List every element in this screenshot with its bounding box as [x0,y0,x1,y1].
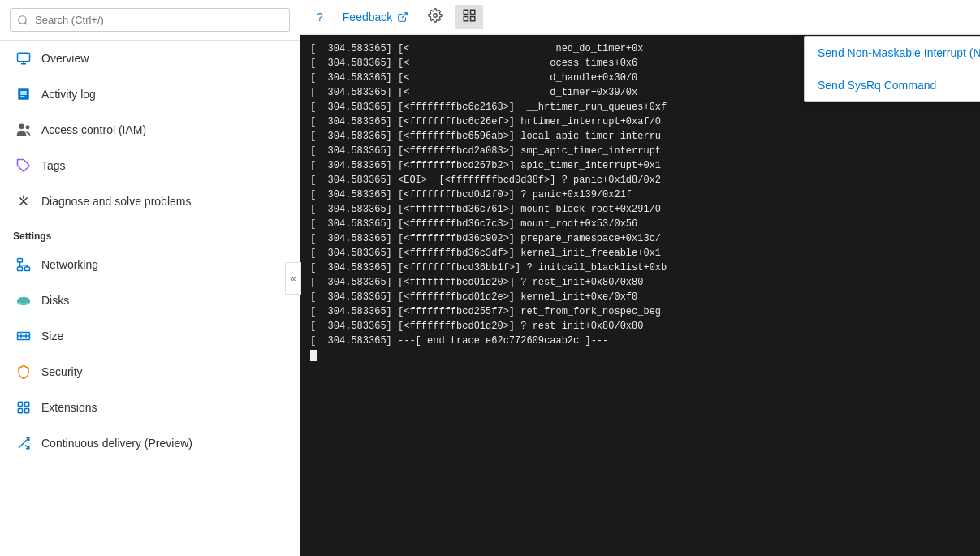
settings-header: Settings [0,219,300,247]
list-icon [15,86,32,102]
dropdown-menu: Send Non-Maskable Interrupt (NMI) Send S… [804,36,980,102]
size-icon [15,328,32,344]
settings-button[interactable] [421,5,449,29]
nav-tags[interactable]: Tags [0,148,300,183]
external-link-icon [397,11,408,23]
grid-button[interactable] [455,5,483,29]
security-icon [15,364,32,380]
svg-rect-13 [18,259,23,263]
nav-security-label: Security [41,365,83,378]
svg-point-7 [19,124,24,130]
svg-line-32 [402,13,407,18]
nav-size-label: Size [41,330,63,343]
sidebar: Overview Activity log [0,0,300,556]
svg-rect-28 [25,409,29,413]
nav-continuous-delivery-label: Continuous delivery (Preview) [41,437,192,450]
nav-diagnose-label: Diagnose and solve problems [41,195,191,208]
people-icon [15,122,32,138]
wrench-icon [15,193,32,209]
nav-extensions-label: Extensions [41,401,97,414]
svg-rect-20 [18,300,30,302]
svg-rect-29 [18,409,22,413]
svg-rect-27 [25,402,29,406]
terminal-cursor [310,350,317,361]
grid-icon [462,8,477,23]
nav-diagnose[interactable]: Diagnose and solve problems [0,183,300,219]
nmi-button[interactable]: Send Non-Maskable Interrupt (NMI) [805,37,980,69]
networking-icon [15,256,32,273]
nav-disks[interactable]: Disks [0,282,300,318]
sysrq-button[interactable]: Send SysRq Command [805,69,980,101]
nav-security[interactable]: Security [0,354,300,390]
svg-rect-34 [464,10,468,14]
svg-rect-35 [471,10,475,14]
help-button[interactable]: ? [310,7,330,27]
svg-point-8 [26,125,30,129]
nav-overview[interactable]: Overview [0,41,300,76]
main-content: ? Feedback Send Non-Maskabl [300,0,980,556]
svg-rect-26 [18,402,22,406]
svg-rect-36 [471,17,475,21]
disks-icon [15,292,32,308]
terminal[interactable]: [ 304.583365] [< ned_do_timer+0x [ 304.5… [300,35,980,556]
svg-rect-0 [18,53,30,62]
nav-size[interactable]: Size [0,318,300,354]
tag-icon [15,157,32,174]
nav-overview-label: Overview [41,52,89,65]
nav-access-control-label: Access control (IAM) [41,123,146,136]
svg-rect-15 [18,267,23,271]
nav-networking[interactable]: Networking [0,247,300,282]
svg-rect-37 [464,17,468,21]
nav-access-control[interactable]: Access control (IAM) [0,112,300,148]
nav-activity-log[interactable]: Activity log [0,76,300,112]
feedback-label: Feedback [343,11,392,24]
search-box [0,0,300,41]
gear-icon [428,8,443,23]
extensions-icon [15,399,32,416]
svg-point-33 [434,14,438,18]
svg-rect-14 [25,267,30,271]
delivery-icon [15,435,32,451]
nav-disks-label: Disks [41,294,69,307]
feedback-button[interactable]: Feedback [336,7,415,27]
nav-networking-label: Networking [41,258,98,271]
nav-extensions[interactable]: Extensions [0,390,300,425]
nav-tags-label: Tags [41,159,66,172]
nav-continuous-delivery[interactable]: Continuous delivery (Preview) [0,425,300,461]
sidebar-collapse-btn[interactable]: « [285,262,301,295]
monitor-icon [15,50,32,67]
search-input[interactable] [10,8,290,32]
toolbar: ? Feedback [300,0,980,35]
nav-activity-log-label: Activity log [41,88,96,101]
